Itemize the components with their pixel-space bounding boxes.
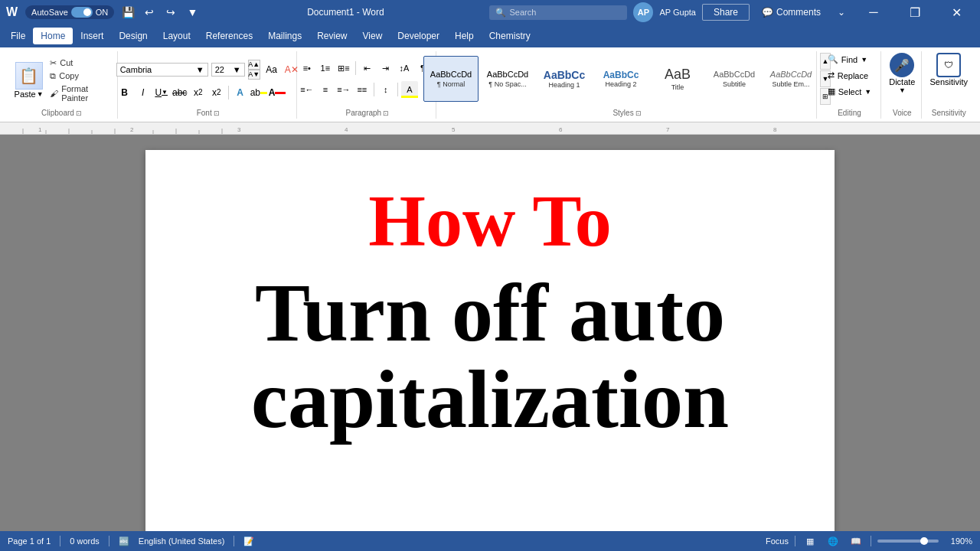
zoom-level[interactable]: 190% — [945, 536, 972, 546]
menu-file[interactable]: File — [3, 28, 33, 44]
close-button[interactable]: ✕ — [939, 0, 974, 24]
font-name-dropdown-icon: ▼ — [196, 65, 204, 74]
clear-formatting-button[interactable]: A✕ — [283, 61, 300, 78]
bold-button[interactable]: B — [116, 84, 133, 101]
font-color-button[interactable]: A — [269, 84, 286, 101]
change-case-button[interactable]: Aa — [263, 61, 280, 78]
redo-icon[interactable]: ↪ — [162, 3, 180, 21]
align-center-button[interactable]: ≡ — [317, 81, 334, 98]
style-no-spacing[interactable]: AaBbCcDd ¶ No Spac... — [480, 56, 535, 102]
find-button[interactable]: 🔍 Find ▼ — [825, 53, 875, 66]
style-subtle-em-preview: AaBbCcDd — [770, 70, 812, 80]
save-icon[interactable]: 💾 — [119, 3, 137, 21]
menu-chemistry[interactable]: Chemistry — [482, 28, 538, 44]
cut-button[interactable]: ✂ Cut — [48, 57, 111, 69]
text-highlight-button[interactable]: ab — [250, 84, 267, 101]
copy-button[interactable]: ⧉ Copy — [48, 70, 111, 82]
customize-quick-access-icon[interactable]: ▼ — [183, 3, 201, 21]
line-spacing-button[interactable]: ↕ — [377, 81, 394, 98]
comments-label: Comments — [776, 7, 821, 18]
font-size-select[interactable]: 22 ▼ — [211, 63, 245, 77]
share-button[interactable]: Share — [702, 4, 750, 21]
clipboard-group: 📋 Paste ▼ ✂ Cut ⧉ Copy 🖌 Format Painter — [6, 51, 118, 119]
undo-icon[interactable]: ↩ — [140, 3, 158, 21]
comments-button[interactable]: 💬 Comments — [756, 5, 827, 20]
style-heading1-preview: AaBbCc — [544, 69, 585, 82]
menu-insert[interactable]: Insert — [73, 28, 111, 44]
menu-home[interactable]: Home — [33, 28, 73, 44]
menu-review[interactable]: Review — [309, 28, 354, 44]
select-label: Select — [838, 87, 862, 96]
justify-button[interactable]: ≡≡ — [354, 81, 371, 98]
paragraph-expand-icon[interactable]: ⊡ — [383, 109, 389, 117]
select-button[interactable]: ▦ Select ▼ — [825, 85, 875, 98]
sort-button[interactable]: ↕A — [396, 60, 413, 77]
paste-button[interactable]: 📋 Paste ▼ — [12, 60, 45, 100]
proofing-icon: 📝 — [243, 536, 254, 546]
voice-group: 🎤 Dictate ▼ Voice — [883, 51, 922, 119]
menu-help[interactable]: Help — [447, 28, 482, 44]
para-sep-3 — [397, 83, 398, 96]
search-box[interactable]: 🔍 Search — [489, 5, 627, 20]
status-left: Page 1 of 1 0 words 🔤 English (United St… — [8, 536, 254, 546]
ribbon-display-options-icon[interactable]: ⌄ — [833, 5, 850, 19]
sensitivity-button[interactable]: 🛡 Sensitivity — [929, 53, 968, 86]
menu-developer[interactable]: Developer — [390, 28, 447, 44]
read-mode-button[interactable]: 📖 — [848, 533, 864, 549]
menu-references[interactable]: References — [198, 28, 260, 44]
zoom-slider[interactable] — [877, 540, 939, 543]
style-title[interactable]: AaB Title — [650, 56, 705, 102]
bullets-button[interactable]: ≡• — [299, 60, 315, 77]
web-layout-view-button[interactable]: 🌐 — [825, 533, 841, 549]
print-layout-view-button[interactable]: ▦ — [802, 533, 818, 549]
menu-design[interactable]: Design — [111, 28, 155, 44]
autosave-toggle[interactable] — [71, 7, 93, 18]
shading-button[interactable]: A — [401, 81, 418, 98]
italic-button[interactable]: I — [135, 84, 152, 101]
sensitivity-group-label: Sensitivity — [932, 109, 966, 117]
numbering-button[interactable]: 1≡ — [317, 60, 334, 77]
style-subtitle[interactable]: AaBbCcDd Subtitle — [707, 56, 762, 102]
format-painter-button[interactable]: 🖌 Format Painter — [48, 83, 111, 103]
font-expand-icon[interactable]: ⊡ — [214, 109, 220, 117]
dictate-label: Dictate — [889, 77, 915, 86]
focus-button[interactable]: Focus — [766, 536, 789, 546]
status-sep-2 — [109, 536, 109, 546]
autosave-badge[interactable]: AutoSave ON — [25, 5, 114, 19]
dictate-button[interactable]: 🎤 Dictate ▼ — [889, 53, 915, 94]
style-heading1[interactable]: AaBbCc Heading 1 — [537, 56, 592, 102]
menu-layout[interactable]: Layout — [155, 28, 198, 44]
underline-button[interactable]: U ▼ — [153, 84, 170, 101]
document-area: How To Turn off auto capitalization — [0, 135, 980, 531]
subscript-button[interactable]: x2 — [190, 84, 207, 101]
increase-indent-button[interactable]: ⇥ — [377, 60, 394, 77]
autosave-state: ON — [96, 8, 109, 17]
zoom-thumb — [920, 537, 928, 545]
align-left-button[interactable]: ≡← — [299, 81, 315, 98]
text-effects-button[interactable]: A — [232, 84, 249, 101]
menu-mailings[interactable]: Mailings — [260, 28, 309, 44]
font-name-select[interactable]: Cambria ▼ — [116, 63, 208, 77]
replace-button[interactable]: ⇄ Replace — [825, 69, 875, 82]
restore-button[interactable]: ❐ — [897, 0, 933, 24]
minimize-button[interactable]: ─ — [856, 0, 891, 24]
style-heading2[interactable]: AaBbCc Heading 2 — [593, 56, 648, 102]
title-bar: W AutoSave ON 💾 ↩ ↪ ▼ Document1 - Word 🔍… — [0, 0, 980, 24]
multilevel-list-button[interactable]: ⊞≡ — [335, 60, 352, 77]
editing-buttons: 🔍 Find ▼ ⇄ Replace ▦ Select ▼ — [825, 53, 875, 98]
styles-expand-icon[interactable]: ⊡ — [635, 109, 642, 117]
format-painter-label: Format Painter — [61, 84, 109, 103]
user-avatar[interactable]: AP — [633, 2, 653, 22]
font-size-decrease-button[interactable]: A▼ — [248, 70, 260, 80]
clipboard-expand-icon[interactable]: ⊡ — [76, 109, 82, 117]
search-placeholder: Search — [509, 8, 536, 17]
style-normal[interactable]: AaBbCcDd ¶ Normal — [423, 56, 479, 102]
decrease-indent-button[interactable]: ⇤ — [359, 60, 376, 77]
align-right-button[interactable]: ≡→ — [335, 81, 352, 98]
strikethrough-button[interactable]: abc — [172, 84, 188, 101]
menu-view[interactable]: View — [355, 28, 390, 44]
superscript-button[interactable]: x2 — [208, 84, 225, 101]
style-subtle-em[interactable]: AaBbCcDd Subtle Em... — [763, 56, 818, 102]
dictate-dropdown-icon: ▼ — [899, 86, 906, 94]
font-size-increase-button[interactable]: A▲ — [248, 60, 260, 70]
